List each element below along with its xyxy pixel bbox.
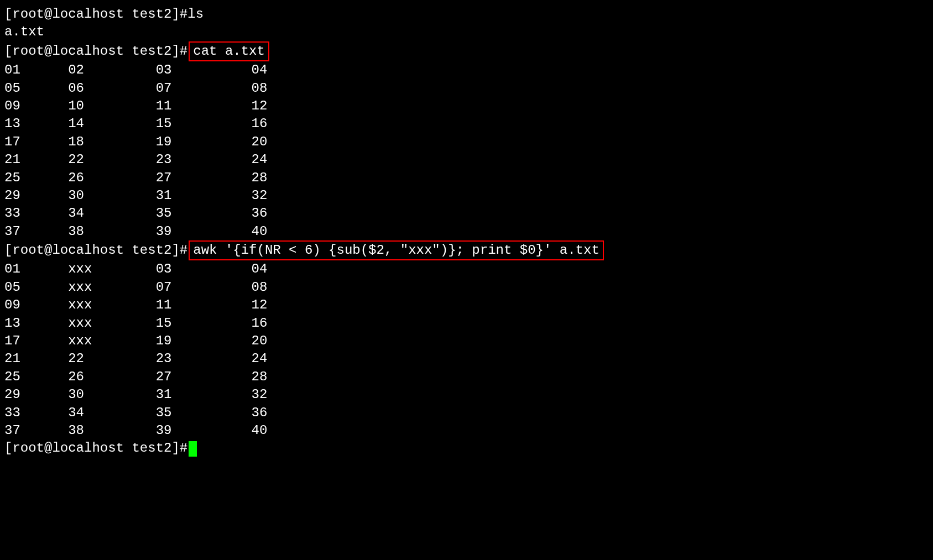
output-row: 33 34 35 36: [4, 404, 929, 422]
highlighted-command-cat: cat a.txt: [189, 41, 269, 61]
output-row: 01 02 03 04: [4, 61, 929, 79]
output-row: 13 14 15 16: [4, 115, 929, 133]
prompt: [root@localhost test2]#: [4, 439, 187, 457]
command-line-cursor[interactable]: [root@localhost test2]#: [4, 439, 929, 457]
terminal[interactable]: [root@localhost test2]# ls a.txt [root@l…: [4, 6, 929, 458]
output-row: 13 xxx 15 16: [4, 315, 929, 332]
output-row: 37 38 39 40: [4, 422, 929, 439]
output-row: 09 10 11 12: [4, 97, 929, 115]
output-row: 05 06 07 08: [4, 80, 929, 97]
output-row: 21 22 23 24: [4, 151, 929, 169]
output-row: 17 18 19 20: [4, 133, 929, 151]
awk-output: 01 xxx 03 0405 xxx 07 0809 xxx 11 1213 x…: [4, 260, 929, 439]
output-row: 21 22 23 24: [4, 350, 929, 368]
output-row: 09 xxx 11 12: [4, 296, 929, 314]
output-row: 25 26 27 28: [4, 368, 929, 386]
output-row: 01 xxx 03 04: [4, 260, 929, 278]
output-row: 33 34 35 36: [4, 205, 929, 222]
prompt: [root@localhost test2]#: [4, 242, 187, 259]
output-row: 29 30 31 32: [4, 386, 929, 404]
command-line-awk: [root@localhost test2]# awk '{if(NR < 6)…: [4, 240, 929, 260]
command-ls: ls: [187, 6, 204, 23]
prompt: [root@localhost test2]#: [4, 43, 187, 60]
command-line-cat: [root@localhost test2]# cat a.txt: [4, 41, 929, 61]
output-row: 29 30 31 32: [4, 187, 929, 205]
output-row: 17 xxx 19 20: [4, 332, 929, 350]
output-row: 25 26 27 28: [4, 169, 929, 187]
output-row: 05 xxx 07 08: [4, 279, 929, 296]
highlighted-command-awk: awk '{if(NR < 6) {sub($2, "xxx")}; print…: [189, 240, 604, 260]
cat-output: 01 02 03 0405 06 07 0809 10 11 1213 14 1…: [4, 61, 929, 240]
output-row: 37 38 39 40: [4, 223, 929, 240]
ls-output: a.txt: [4, 23, 929, 41]
prompt: [root@localhost test2]#: [4, 6, 187, 23]
command-line-ls: [root@localhost test2]# ls: [4, 6, 929, 23]
cursor-icon: [189, 441, 197, 457]
